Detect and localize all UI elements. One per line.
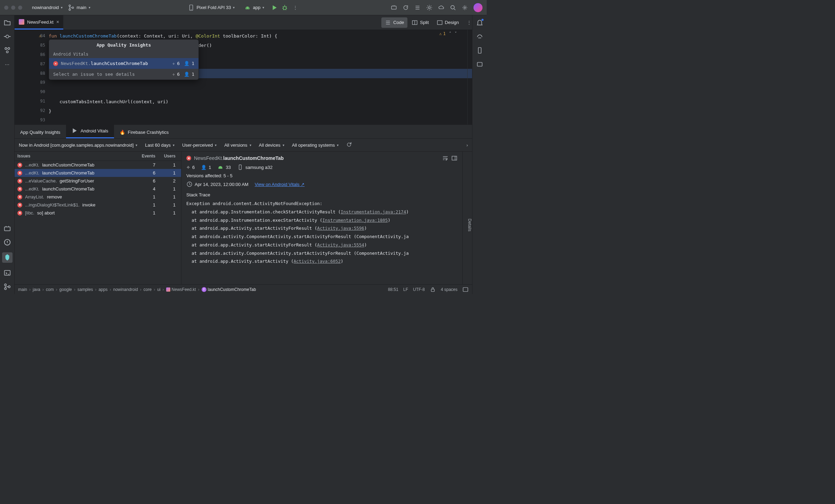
notifications-icon[interactable] bbox=[476, 19, 484, 26]
issue-row[interactable]: ✕...eValueCache.getStringForUser 62 bbox=[15, 177, 181, 185]
settings-icon[interactable] bbox=[462, 5, 468, 11]
warning-gutter-icon[interactable]: ⚠ bbox=[39, 33, 41, 38]
emulator-tool-icon[interactable] bbox=[476, 60, 484, 68]
app-quality-tool-icon[interactable] bbox=[2, 252, 13, 263]
issue-row[interactable]: ✕...edKt.launchCustomChromeTab 61 bbox=[15, 169, 181, 177]
right-toolbar bbox=[391, 3, 483, 12]
vcs-tool-icon[interactable] bbox=[3, 283, 11, 291]
branch-selector[interactable]: main ▾ bbox=[65, 3, 93, 12]
list-icon[interactable] bbox=[414, 5, 421, 11]
breadcrumb-file[interactable]: NewsFeed.kt bbox=[166, 287, 196, 292]
terminal-tool-icon[interactable] bbox=[3, 269, 11, 277]
tab-android-vitals[interactable]: Android Vitals bbox=[66, 124, 114, 138]
next-highlight-icon[interactable]: ˅ bbox=[455, 31, 457, 36]
issue-row[interactable]: ✕...ingsDialogKt$TextLink$1.invoke 11 bbox=[15, 201, 181, 209]
popup-hint-row[interactable]: Select an issue to see details ✧6 👤1 bbox=[49, 69, 198, 80]
time-filter[interactable]: Last 60 days▾ bbox=[145, 143, 175, 148]
indent[interactable]: 4 spaces bbox=[441, 287, 457, 292]
device-manager-icon[interactable] bbox=[476, 47, 484, 54]
branch-name: main bbox=[76, 5, 86, 10]
zoom-window[interactable] bbox=[18, 6, 22, 10]
view-on-vitals-link[interactable]: View on Android Vitals ↗ bbox=[255, 182, 305, 187]
caret-pos[interactable]: 88:51 bbox=[388, 287, 398, 292]
source-link[interactable]: Activity.java:6052 bbox=[294, 259, 341, 264]
code-with-me-icon[interactable] bbox=[391, 5, 397, 11]
split-view-button[interactable]: Split bbox=[408, 17, 432, 28]
gradle-tool-icon[interactable] bbox=[476, 33, 484, 40]
prev-highlight-icon[interactable]: ˄ bbox=[449, 31, 451, 36]
problems-tool-icon[interactable] bbox=[3, 238, 11, 246]
svg-point-10 bbox=[451, 5, 454, 9]
breadcrumb-item[interactable]: com bbox=[46, 287, 54, 292]
close-tab-icon[interactable]: × bbox=[56, 19, 59, 25]
search-icon[interactable] bbox=[450, 5, 456, 11]
breadcrumb-item[interactable]: samples bbox=[78, 287, 93, 292]
tab-crashlytics[interactable]: 🔥 Firebase Crashlytics bbox=[114, 126, 175, 138]
breadcrumb-item[interactable]: core bbox=[144, 287, 152, 292]
layout-icon[interactable] bbox=[451, 155, 457, 161]
structure-tool-icon[interactable] bbox=[3, 47, 11, 54]
code-editor[interactable]: 84⚠ 85 86 87 88 89 90 91 92 93 fun launc… bbox=[15, 30, 472, 124]
project-selector[interactable]: nowinandroid ▾ bbox=[29, 3, 65, 11]
gear-icon[interactable] bbox=[426, 5, 432, 11]
issue-row[interactable]: ✕...edKt.launchCustomChromeTab 41 bbox=[15, 185, 181, 193]
details-side-tab[interactable]: Details bbox=[462, 152, 472, 284]
app-filter[interactable]: Now in Android [com.google.samples.apps.… bbox=[19, 143, 137, 148]
scroll-right-icon[interactable]: › bbox=[467, 143, 468, 148]
encoding[interactable]: UTF-8 bbox=[413, 287, 425, 292]
tab-options-icon[interactable]: ⋮ bbox=[466, 19, 472, 26]
wrap-icon[interactable] bbox=[442, 155, 448, 161]
source-link[interactable]: Activity.java:5596 bbox=[317, 226, 364, 231]
issue-row[interactable]: ✕...edKt.launchCustomChromeTab 71 bbox=[15, 161, 181, 169]
breadcrumb-item[interactable]: ui bbox=[157, 287, 160, 292]
close-window[interactable] bbox=[4, 6, 8, 10]
versions-filter[interactable]: All versions▾ bbox=[224, 143, 251, 148]
code-area[interactable]: fun launchCustomChromeTab(context: Conte… bbox=[49, 30, 472, 124]
source-link[interactable]: Activity.java:5554 bbox=[317, 242, 364, 247]
code-view-button[interactable]: Code bbox=[381, 17, 407, 28]
breadcrumb-item[interactable]: apps bbox=[98, 287, 107, 292]
perceived-filter[interactable]: User-perceived▾ bbox=[182, 143, 217, 148]
popup-issue-row[interactable]: ✕ NewsFeedKt.launchCustomChromeTab ✧6 👤1 bbox=[49, 58, 198, 69]
run-config-selector[interactable]: app ▾ bbox=[242, 3, 267, 12]
versions-affected: Versions affected: 5 - 5 bbox=[186, 173, 233, 178]
project-tool-icon[interactable] bbox=[3, 19, 11, 26]
breadcrumb-item[interactable]: nowinandroid bbox=[113, 287, 138, 292]
devices-filter[interactable]: All devices▾ bbox=[259, 143, 284, 148]
file-tab[interactable]: NewsFeed.kt × bbox=[15, 15, 63, 30]
tab-app-quality[interactable]: App Quality Insights bbox=[15, 126, 66, 138]
svg-point-12 bbox=[6, 35, 8, 38]
chevron-down-icon: ▾ bbox=[233, 6, 235, 9]
source-link[interactable]: Instrumentation.java:1805 bbox=[322, 218, 388, 223]
popup-section-label: Android Vitals bbox=[49, 50, 198, 58]
os-filter[interactable]: All operating systems▾ bbox=[292, 143, 339, 148]
commit-tool-icon[interactable] bbox=[3, 33, 11, 40]
source-link[interactable]: Instrumentation.java:2174 bbox=[341, 209, 406, 214]
sparkle-icon: ✧ bbox=[172, 72, 175, 77]
device-selector[interactable]: Pixel Fold API 33 ▾ bbox=[185, 3, 237, 12]
design-view-button[interactable]: Design bbox=[433, 17, 462, 28]
breadcrumb-function[interactable]: flaunchCustomChromeTab bbox=[202, 287, 256, 292]
logcat-tool-icon[interactable] bbox=[3, 225, 11, 232]
user-avatar[interactable] bbox=[473, 3, 483, 12]
play-icon bbox=[72, 128, 78, 134]
refresh-icon[interactable] bbox=[346, 142, 352, 148]
stack-trace[interactable]: Exception android.content.ActivityNotFou… bbox=[186, 200, 457, 266]
issue-row[interactable]: ✕ArrayList.remove 11 bbox=[15, 193, 181, 201]
line-sep[interactable]: LF bbox=[403, 287, 408, 292]
breadcrumb-item[interactable]: main bbox=[18, 287, 27, 292]
minimize-window[interactable] bbox=[11, 6, 15, 10]
more-tool-icon[interactable]: ⋯ bbox=[3, 60, 11, 68]
readonly-icon[interactable] bbox=[430, 286, 436, 293]
overview-ruler[interactable] bbox=[467, 30, 472, 124]
sync-icon[interactable] bbox=[403, 5, 409, 11]
breadcrumb-item[interactable]: java bbox=[33, 287, 40, 292]
debug-button[interactable] bbox=[282, 5, 288, 11]
inspection-indicators[interactable]: ⚠1 ˄ ˅ bbox=[439, 31, 457, 36]
breadcrumb-item[interactable]: google bbox=[59, 287, 72, 292]
tray-icon[interactable] bbox=[462, 286, 469, 293]
more-actions-icon[interactable]: ⋮ bbox=[292, 5, 298, 11]
run-button[interactable] bbox=[271, 5, 277, 11]
cloud-icon[interactable] bbox=[438, 5, 444, 11]
issue-row[interactable]: ✕[libc.so] abort 11 bbox=[15, 209, 181, 217]
